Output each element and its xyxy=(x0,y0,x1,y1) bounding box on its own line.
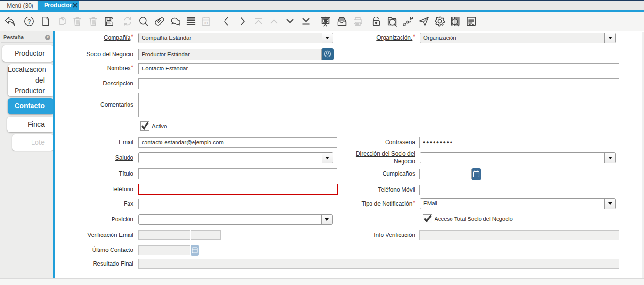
svg-text:31: 31 xyxy=(204,20,208,25)
svg-text:?: ? xyxy=(27,17,31,25)
